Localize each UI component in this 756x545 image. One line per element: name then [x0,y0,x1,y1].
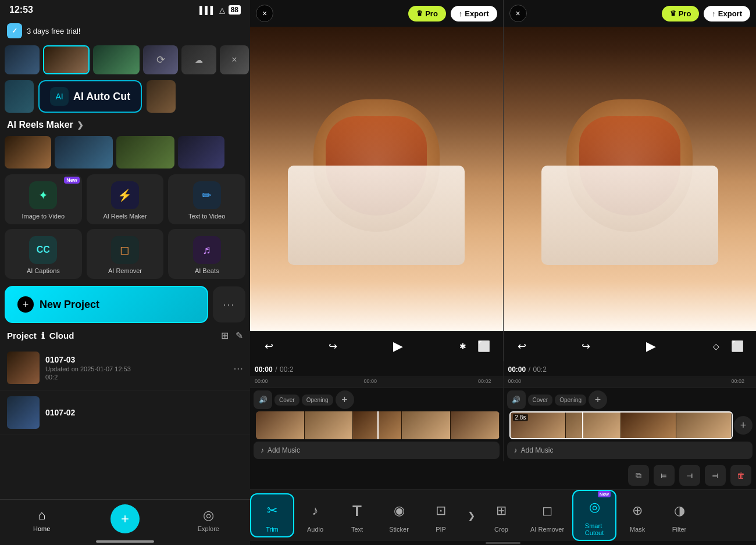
new-project-button[interactable]: + New Project [5,286,208,323]
tool-pip[interactable]: ⊡ PIP [420,494,462,536]
reels-thumb-2[interactable] [55,136,113,168]
close-button-right[interactable]: × [509,5,527,22]
reels-thumb-3[interactable] [116,136,174,168]
cover-btn-left[interactable]: Cover [274,395,299,406]
ruler-mark-1: 00:00 [364,378,377,384]
tool-ai-remover[interactable]: ◻ AI Remover [522,494,572,536]
add-music-left[interactable]: ♪ Add Music [254,442,500,459]
undo-button-left[interactable]: ↩ [259,337,278,356]
sticker-icon: ◉ [386,498,412,524]
fullscreen-icon-right[interactable]: ⬜ [728,337,747,356]
close-button-left[interactable]: × [256,5,273,22]
timeline-ruler: 00:00 00:00 00:02 00:00 00:02 [250,377,756,388]
image-to-video-label: Image to Video [22,213,65,220]
project-more-1[interactable]: ··· [233,361,243,375]
split-left-btn[interactable]: ⫢ [654,465,675,486]
tool-trim[interactable]: ✂ Trim [250,493,294,537]
project-item-1[interactable]: 0107-03 Updated on 2025-01-07 12:53 00:2… [0,346,250,390]
delete-btn[interactable]: 🗑 [730,465,751,486]
edit-icon[interactable]: ✎ [236,330,243,341]
home-label: Home [33,525,50,532]
home-indicator [96,540,154,543]
nav-home[interactable]: ⌂ Home [0,508,83,532]
add-after-clip[interactable]: + [734,416,753,435]
more-options-button[interactable]: ··· [213,286,245,322]
redo-button-left[interactable]: ↪ [323,337,342,356]
clip-container-right: 2.8s + [509,411,753,439]
pro-label-right: Pro [679,9,691,18]
feature-text-to-video[interactable]: ✏ Text to Video [168,174,245,224]
ai-autocut-button[interactable]: AI AI Auto Cut [38,80,142,113]
ai-autocut-icon: AI [50,87,69,106]
thumb-2[interactable] [43,45,90,74]
right-panel: × ♛ Pro ↑ Export [250,0,756,545]
volume-btn-left[interactable]: 🔊 [254,390,272,409]
filter-icon: ◑ [666,498,692,524]
split-right-btn[interactable]: ⫤ [705,465,726,486]
toolbar-chevron[interactable]: ❯ [462,503,480,528]
thumb-4[interactable]: ⟳ [143,45,178,74]
play-button-right[interactable]: ▶ [641,336,662,357]
tool-sticker[interactable]: ◉ Sticker [378,494,420,536]
video-clip-right-selected[interactable]: 2.8s [509,411,733,439]
grid-view-icon[interactable]: ⊞ [221,330,229,341]
export-button-left[interactable]: ↑ Export [451,6,497,21]
tool-mask[interactable]: ⊕ Mask [616,494,658,536]
feature-image-to-video[interactable]: New ✦ Image to Video [5,174,82,224]
nav-create[interactable]: + [83,504,166,536]
thumb-6[interactable]: × [220,45,249,74]
play-button-left[interactable]: ▶ [387,336,408,357]
opening-btn-left[interactable]: Opening [302,395,333,406]
add-music-right[interactable]: ♪ Add Music [507,442,753,459]
crown-icon-right: ♛ [670,9,676,17]
tool-audio[interactable]: ♪ Audio [294,494,336,536]
add-clip-right[interactable]: + [589,390,607,409]
track-left-controls: 🔊 Cover Opening + [254,390,500,409]
tool-text[interactable]: T Text [336,494,378,536]
reels-thumb-1[interactable] [5,136,51,168]
project-info-icon[interactable]: ℹ [41,331,45,341]
cloud-label[interactable]: Cloud [49,331,74,340]
trial-banner[interactable]: ✓ 3 days free trial! [0,20,250,42]
volume-btn-right[interactable]: 🔊 [507,390,526,409]
crop-label: Crop [494,526,508,533]
ai-reels-icon: ⚡ [111,181,139,209]
export-icon-right: ↑ [712,9,716,18]
split-center-btn[interactable]: ⫣ [679,465,700,486]
ruler-right: 00:00 00:02 [504,377,757,388]
magic-icon-left[interactable]: ✱ [454,337,472,356]
redo-button-right[interactable]: ↪ [577,337,595,356]
thumb-5[interactable]: ☁ [181,45,216,74]
add-clip-left[interactable]: + [336,390,354,409]
diamond-icon-right[interactable]: ◇ [707,337,726,356]
create-button[interactable]: + [110,504,140,533]
fullscreen-icon-left[interactable]: ⬜ [475,337,493,356]
pro-button-right[interactable]: ♛ Pro [662,6,700,21]
export-label-right: Export [718,9,742,18]
feature-ai-remover[interactable]: ◻ AI Remover [87,229,164,279]
ai-remover-icon: ◻ [111,236,139,264]
tool-filter[interactable]: ◑ Filter [658,494,700,536]
cover-btn-right[interactable]: Cover [528,395,553,406]
reels-thumb-4[interactable] [178,136,224,168]
music-icon-left: ♪ [261,446,264,454]
export-button-right[interactable]: ↑ Export [704,6,750,21]
feature-ai-reels-maker[interactable]: ⚡ AI Reels Maker [87,174,164,224]
video-controls-right: ↩ ↪ ▶ ◇ ⬜ [504,331,757,361]
add-music-label-right: Add Music [521,446,554,454]
project-item-2[interactable]: 0107-02 [0,390,250,435]
thumb-3[interactable] [93,45,140,74]
text-to-video-label: Text to Video [188,213,225,220]
ctrl-group-left: ✱ ⬜ [454,337,493,356]
pro-button-left[interactable]: ♛ Pro [408,6,446,21]
opening-btn-right[interactable]: Opening [555,395,586,406]
feature-ai-beats[interactable]: ♬ AI Beats [168,229,245,279]
tool-crop[interactable]: ⊞ Crop [480,494,522,536]
tool-smart-cutout[interactable]: New ◎ SmartCutout [572,490,616,541]
thumb-1[interactable] [5,45,40,74]
edit-toolbar: ✂ Trim ♪ Audio T Text ◉ Sticker ⊡ PIP ❯ … [250,489,756,541]
feature-ai-captions[interactable]: CC AI Captions [5,229,82,279]
copy-btn[interactable]: ⧉ [628,465,649,486]
undo-button-right[interactable]: ↩ [513,337,532,356]
nav-explore[interactable]: ◎ Explore [167,508,250,532]
